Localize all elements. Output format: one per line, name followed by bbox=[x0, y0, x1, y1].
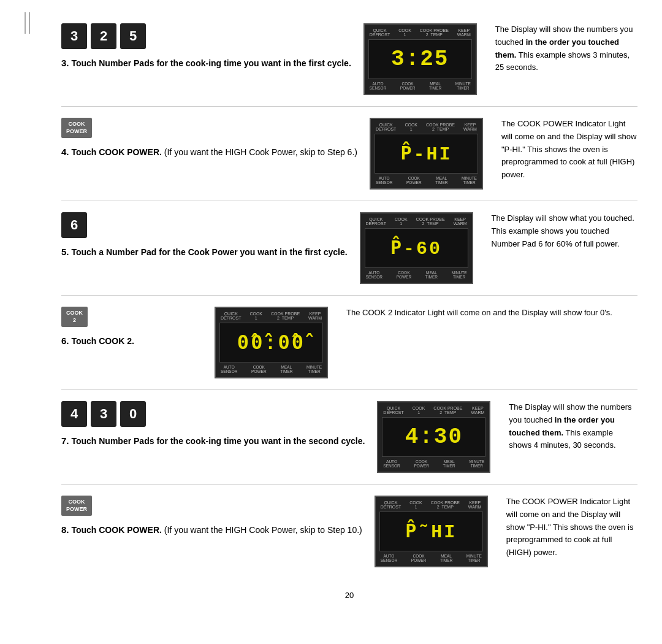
step-8-num: 8. bbox=[61, 524, 69, 535]
step-6-screen: 0̂0̂:0̂0̂ bbox=[219, 323, 323, 362]
step-3-screen: 3:25 bbox=[368, 39, 472, 79]
step-3-display-text: 3:25 bbox=[391, 47, 449, 72]
step-5-display-text: P̂-60 bbox=[390, 237, 442, 259]
step-5-description: The Display will show what you touched. … bbox=[485, 212, 637, 250]
step-3-pads: 3 2 5 bbox=[61, 23, 146, 49]
step-5-pads: 6 bbox=[61, 212, 87, 238]
step-6-left: COOK2 6. Touch COOK 2. bbox=[61, 307, 202, 348]
cook-2-btn: COOK2 bbox=[61, 307, 88, 327]
step-4-instruction: 4. Touch COOK POWER. (If you want the HI… bbox=[61, 145, 357, 159]
cook-power-btn-8: COOKPOWER bbox=[61, 496, 92, 516]
step-8-instruction: 8. Touch COOK POWER. (If you want the HI… bbox=[61, 523, 362, 537]
step-7-row: 4 3 0 7. Touch Number Pads for the cook-… bbox=[61, 390, 637, 485]
step-7-top-labels: QUICKDEFROST COOK1 COOK PROBE2 TEMP KEEP… bbox=[382, 406, 485, 415]
step-7-num: 7. bbox=[61, 435, 69, 446]
pad-4: 4 bbox=[61, 401, 87, 427]
step-6-row: COOK2 6. Touch COOK 2. QUICKDEFROST COOK… bbox=[61, 296, 637, 390]
step-4-num: 4. bbox=[61, 147, 69, 157]
pad-0: 0 bbox=[120, 401, 146, 427]
pad-5: 5 bbox=[120, 23, 146, 49]
step-7-description: The Display will show the numbers you to… bbox=[503, 401, 637, 452]
step-3-bottom-labels: AUTOSENSOR COOKPOWER MEALTIMER MINUTETIM… bbox=[368, 82, 472, 90]
step-8-description: The COOK POWER Indicator Light will come… bbox=[500, 496, 637, 559]
pad-2: 2 bbox=[91, 23, 116, 49]
step-8-display: QUICKDEFROST COOK1 COOK PROBE2 TEMP KEEP… bbox=[375, 496, 488, 567]
step-5-instruction: 5. Touch a Number Pad for the Cook Power… bbox=[61, 245, 348, 259]
step-3-row: 3 2 5 3. Touch Number Pads for the cook-… bbox=[61, 12, 637, 107]
step-6-bottom-labels: AUTOSENSOR COOKPOWER MEALTIMER MINUTETIM… bbox=[219, 365, 323, 374]
step-8-left: COOKPOWER 8. Touch COOK POWER. (If you w… bbox=[61, 496, 362, 537]
step-4-top-labels: QUICKDEFROST COOK1 COOK PROBE2 TEMP KEEP… bbox=[375, 123, 478, 131]
step-4-pads: COOKPOWER bbox=[61, 118, 92, 138]
step-7-pads: 4 3 0 bbox=[61, 401, 146, 427]
step-7-display: QUICKDEFROST COOK1 COOK PROBE2 TEMP KEEP… bbox=[377, 401, 490, 473]
step-3-instruction: 3. Touch Number Pads for the cook-ing ti… bbox=[61, 56, 351, 71]
step-5-bottom-labels: AUTOSENSOR COOKPOWER MEALTIMER MINUTETIM… bbox=[365, 270, 468, 279]
step-7-bottom-labels: AUTOSENSOR COOKPOWER MEALTIMER MINUTETIM… bbox=[382, 459, 485, 468]
step-6-display: QUICKDEFROST COOK1 COOK PROBE2 TEMP KEEP… bbox=[215, 307, 328, 378]
step-8-bottom-labels: AUTOSENSOR COOKPOWER MEALTIMER MINUTETIM… bbox=[379, 554, 483, 562]
step-3-left: 3 2 5 3. Touch Number Pads for the cook-… bbox=[61, 23, 351, 71]
step-7-instruction: 7. Touch Number Pads for the cook-ing ti… bbox=[61, 434, 365, 448]
step-5-screen: P̂-60 bbox=[365, 228, 468, 268]
step-8-row: COOKPOWER 8. Touch COOK POWER. (If you w… bbox=[61, 485, 637, 578]
decorative-lines bbox=[25, 12, 30, 34]
step-4-screen: P̂-HI bbox=[375, 134, 478, 174]
step-8-pads: COOKPOWER bbox=[61, 496, 92, 516]
step-4-display: QUICKDEFROST COOK1 COOK PROBE2 TEMP KEEP… bbox=[370, 118, 483, 190]
pad-3: 3 bbox=[61, 23, 87, 49]
pad-3b: 3 bbox=[91, 401, 116, 427]
step-3-num: 3. bbox=[61, 58, 69, 68]
step-3-display: QUICKDEFROST COOK1 COOK PROBE2 TEMP KEEP… bbox=[363, 23, 477, 95]
step-8-screen: P̂˜HI bbox=[379, 512, 483, 551]
step-5-left: 6 5. Touch a Number Pad for the Cook Pow… bbox=[61, 212, 348, 259]
step-6-display-text: 0̂0̂:0̂0̂ bbox=[237, 331, 305, 355]
step-7-left: 4 3 0 7. Touch Number Pads for the cook-… bbox=[61, 401, 365, 448]
step-3-bold: Touch Number Pads for the cook-ing time … bbox=[71, 58, 351, 68]
step-8-top-labels: QUICKDEFROST COOK1 COOK PROBE2 TEMP KEEP… bbox=[379, 500, 483, 509]
step-4-bottom-labels: AUTOSENSOR COOKPOWER MEALTIMER MINUTETIM… bbox=[375, 176, 478, 185]
step-5-row: 6 5. Touch a Number Pad for the Cook Pow… bbox=[61, 201, 637, 296]
step-6-instruction: 6. Touch COOK 2. bbox=[61, 334, 134, 348]
step-3-top-labels: QUICKDEFROST COOK1 COOK PROBE2 TEMP KEEP… bbox=[368, 28, 472, 37]
step-5-display: QUICKDEFROST COOK1 COOK PROBE2 TEMP KEEP… bbox=[360, 212, 473, 284]
step-7-screen: 4:30 bbox=[382, 417, 485, 457]
step-4-left: COOKPOWER 4. Touch COOK POWER. (If you w… bbox=[61, 118, 357, 159]
step-6-pads: COOK2 bbox=[61, 307, 88, 327]
step-3-description: The Display will show the numbers you to… bbox=[489, 23, 637, 74]
page-number: 20 bbox=[61, 591, 637, 600]
step-4-row: COOKPOWER 4. Touch COOK POWER. (If you w… bbox=[61, 107, 637, 201]
step-7-display-text: 4:30 bbox=[405, 424, 463, 450]
step-4-description: The COOK POWER Indicator Light will come… bbox=[495, 118, 637, 182]
step-6-num: 6. bbox=[61, 335, 69, 346]
step-6-description: The COOK 2 Indicator Light will come on … bbox=[340, 307, 637, 320]
step-5-num: 5. bbox=[61, 247, 69, 257]
step-6-top-labels: QUICKDEFROST COOK1 COOK PROBE2 TEMP KEEP… bbox=[219, 312, 323, 320]
step-8-display-text: P̂˜HI bbox=[405, 520, 457, 543]
cook-power-btn-4: COOKPOWER bbox=[61, 118, 92, 138]
step-5-top-labels: QUICKDEFROST COOK1 COOK PROBE2 TEMP KEEP… bbox=[365, 217, 468, 226]
step-4-display-text: P̂-HI bbox=[400, 142, 452, 165]
pad-6: 6 bbox=[61, 212, 87, 238]
